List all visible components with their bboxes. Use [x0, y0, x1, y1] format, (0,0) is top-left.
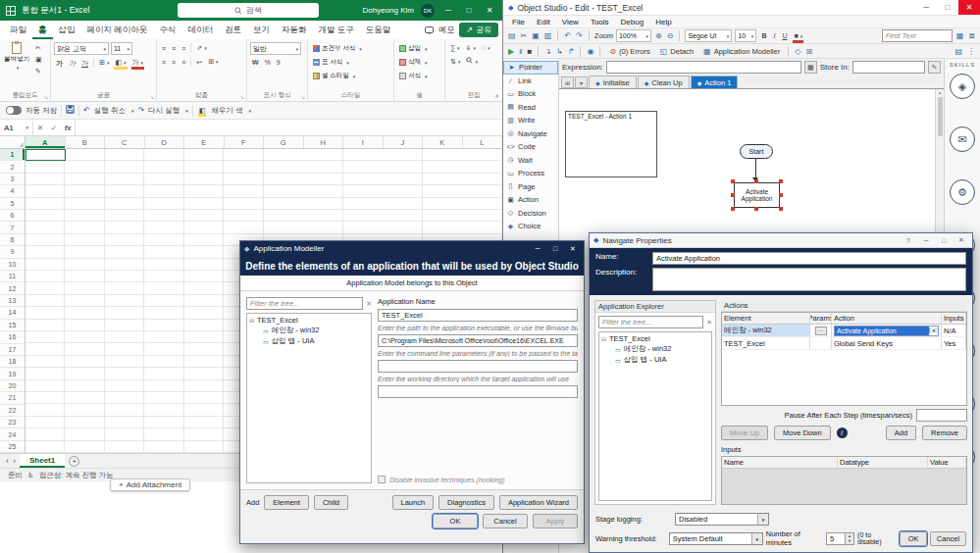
close-button[interactable]: ✕ — [954, 236, 968, 244]
undo-label[interactable]: 실행 취소 — [94, 106, 126, 116]
params-button[interactable]: ⋯ — [815, 327, 827, 335]
undo-icon[interactable]: ↶ — [563, 31, 572, 40]
minimize-button[interactable]: ─ — [919, 237, 933, 244]
row-header[interactable]: 13 — [0, 295, 25, 307]
column-header[interactable]: F — [225, 136, 265, 148]
maximize-button[interactable]: □ — [462, 6, 476, 15]
ribbon-tab[interactable]: 자동화 — [276, 21, 313, 39]
sheet-tab[interactable]: Sheet1 — [20, 454, 65, 468]
minutes-stepper[interactable]: 5 ▲ ▼ — [826, 532, 854, 545]
find-next-icon[interactable]: ▦ — [955, 31, 965, 40]
expression-builder-icon[interactable]: ▦ — [804, 61, 817, 74]
column-header[interactable]: L — [463, 136, 503, 148]
step-over-icon[interactable]: ↳ — [555, 47, 564, 56]
tool-link[interactable]: ∕Link — [503, 75, 558, 88]
close-button[interactable]: ✕ — [958, 0, 980, 15]
accessibility-status[interactable]: 접근성: 계속 진행 가능 — [39, 471, 114, 480]
tool-navigate[interactable]: ◎Navigate — [503, 127, 558, 141]
orientation-icon[interactable]: ⇗▾ — [194, 42, 208, 54]
invasive-checkbox[interactable] — [378, 476, 386, 483]
save-icon[interactable]: ▤ — [507, 31, 517, 40]
resize-handle[interactable] — [779, 207, 783, 211]
add-attachment-button[interactable]: + Add Attachment — [110, 478, 190, 491]
close-button[interactable]: ✕ — [483, 6, 496, 15]
tool-write[interactable]: ▥Write — [503, 114, 558, 127]
confirm-entry-icon[interactable]: ✓ — [47, 124, 61, 132]
row-header[interactable]: 8 — [0, 234, 25, 246]
detach-button[interactable]: ◱ Detach — [656, 47, 696, 56]
row-header[interactable]: 20 — [0, 380, 25, 392]
workdir-input[interactable] — [378, 385, 578, 398]
sheet-nav-left-icon[interactable]: ‹ — [6, 456, 9, 466]
zoom-in-icon[interactable]: ⊕ — [654, 31, 663, 40]
menu-debug[interactable]: Debug — [615, 18, 650, 26]
pause-input[interactable] — [916, 409, 967, 422]
collapse-ribbon-icon[interactable]: ∧ — [495, 92, 499, 99]
element-tree[interactable]: ⊟TEST_Excel▭메인창 - win32▭삽입 탭 - UIA — [246, 313, 372, 483]
fill-icon[interactable]: ⇓▾ — [464, 42, 478, 54]
column-header[interactable]: D — [145, 136, 185, 148]
row-header[interactable]: 4 — [0, 185, 25, 197]
pause-icon[interactable]: ‖ — [518, 47, 523, 56]
row-header[interactable]: 5 — [0, 198, 25, 210]
zoom-select[interactable]: 100%▾ — [616, 29, 651, 42]
row-header[interactable]: 18 — [0, 356, 25, 368]
paste-icon[interactable]: ▥ — [543, 31, 553, 40]
find-text-input[interactable]: Find Text — [882, 29, 953, 42]
more-options-icon[interactable]: ≣ — [967, 31, 976, 40]
tool-read[interactable]: ▤Read — [503, 101, 558, 115]
row-header[interactable]: 12 — [0, 282, 25, 294]
styles-button[interactable]: 셀 스타일▾ — [311, 70, 390, 82]
ribbon-tab[interactable]: 도움말 — [360, 21, 397, 39]
tool-pointer[interactable]: ➤Pointer — [503, 61, 558, 75]
resize-handle[interactable] — [731, 207, 735, 211]
find-select-icon[interactable]: ▾ — [464, 56, 480, 68]
resize-handle[interactable] — [779, 179, 783, 183]
paste-button[interactable]: 붙여넣기 ▾ — [3, 42, 30, 76]
fill-color-label[interactable]: 채우기 색 — [211, 106, 242, 116]
launch-button[interactable]: Launch — [392, 495, 435, 510]
page-tab[interactable]: ◆Initialise — [589, 75, 637, 88]
action-dropdown[interactable]: Activate Application▾ — [834, 326, 939, 336]
cancel-button[interactable]: Cancel — [930, 531, 966, 546]
application-modeller-button[interactable]: ▦ Application Modeller — [699, 47, 783, 56]
share-button[interactable]: ↗ 공유 — [459, 23, 498, 37]
page-list-icon[interactable]: ▾ — [575, 76, 588, 88]
ribbon-tab[interactable]: 개발 도구 — [312, 21, 359, 39]
avatar[interactable]: DK — [421, 4, 435, 18]
filter-tree-input[interactable]: Filter the tree... — [598, 316, 703, 328]
errors-button[interactable]: ⊘ (0) Errors — [605, 47, 652, 56]
row-header[interactable]: 6 — [0, 210, 25, 222]
dialog-launcher-icon[interactable]: ↘ — [240, 94, 244, 100]
redo-icon[interactable]: ↷ — [575, 31, 584, 40]
tree-item[interactable]: ▭메인창 - win32 — [601, 344, 709, 354]
select-all-corner[interactable] — [0, 136, 26, 149]
scroll-up-icon[interactable]: ▴ — [939, 89, 942, 95]
ok-button[interactable]: OK — [433, 514, 478, 528]
row-header[interactable]: 23 — [0, 417, 25, 428]
copy-icon[interactable]: ▣ — [33, 54, 44, 65]
scrollbar-thumb[interactable] — [938, 97, 943, 136]
cut-icon[interactable]: ✂ — [33, 42, 44, 53]
dialog-launcher-icon[interactable]: ↘ — [301, 94, 305, 100]
add-sheet-button[interactable]: + — [69, 456, 79, 467]
warning-threshold-select[interactable]: System Default ▾ — [669, 532, 763, 545]
format-painter-icon[interactable]: ✎ — [33, 66, 44, 76]
undo-icon[interactable]: ↶ — [83, 106, 90, 115]
sheet-nav-right-icon[interactable]: › — [13, 456, 16, 466]
align-middle-icon[interactable]: ≡ — [170, 43, 178, 54]
apply-button[interactable]: Apply — [533, 514, 578, 528]
italic-button[interactable]: 가 — [67, 58, 77, 69]
dialog-launcher-icon[interactable]: ↘ — [150, 94, 154, 100]
menu-tools[interactable]: Tools — [585, 18, 615, 26]
column-header[interactable]: C — [105, 136, 145, 148]
tool-process[interactable]: ▭Process — [503, 167, 558, 180]
start-node[interactable]: Start — [740, 144, 773, 159]
row-header[interactable]: 21 — [0, 392, 25, 404]
clear-icon[interactable]: ◌▾ — [480, 42, 492, 54]
zoom-out-icon[interactable]: ⊖ — [666, 31, 675, 40]
activate-application-node[interactable]: Activate Application — [734, 182, 780, 208]
cells-button[interactable]: 서식▾ — [397, 70, 441, 82]
merge-center-icon[interactable]: ⊞▾ — [206, 56, 220, 68]
user-name[interactable]: Dohyeong Kim — [363, 6, 414, 15]
